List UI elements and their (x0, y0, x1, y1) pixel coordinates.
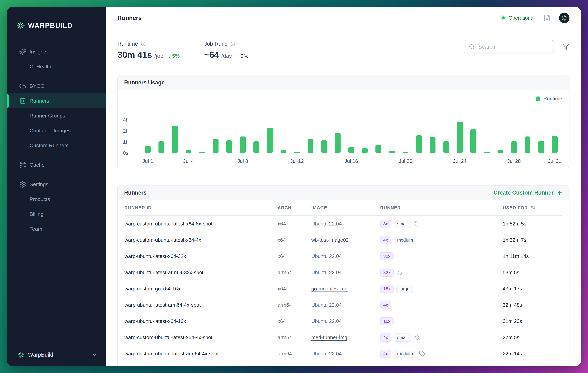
sidebar-item-cache[interactable]: Cache (7, 158, 106, 172)
x-axis-tick-label: Jul 24 (453, 158, 467, 164)
used-for-cell: 31m 23s (503, 318, 562, 324)
chart-bar-slot (209, 120, 222, 153)
main-area: Runners Operational Runtime (106, 7, 581, 366)
runtime-bar[interactable] (403, 152, 408, 153)
cpu-icon (19, 97, 26, 105)
image-link[interactable]: go-modules-img (311, 286, 347, 291)
cpu-badge: 16x (380, 285, 394, 293)
runtime-bar[interactable] (267, 128, 273, 153)
runtime-bar[interactable] (226, 140, 232, 153)
sidebar-item-insights[interactable]: Insights (7, 44, 106, 59)
create-custom-runner-button[interactable]: Create Custom Runner (494, 190, 563, 196)
runtime-bar[interactable] (443, 141, 449, 153)
runtime-bar[interactable] (199, 152, 205, 153)
chart-legend[interactable]: Runtime (536, 96, 562, 102)
runtime-bar[interactable] (294, 152, 300, 153)
arch-cell: x64 (278, 221, 311, 227)
arrow-up-icon: ↑ (236, 53, 239, 59)
runtime-bar[interactable] (158, 141, 164, 153)
table-row[interactable]: warp-custom-ubuntu-latest-x64-4x-spotarm… (125, 329, 562, 346)
runtime-bar[interactable] (253, 141, 259, 153)
runtime-bar[interactable] (430, 137, 435, 153)
runner-id-cell: warp-custom-ubuntu-latest-arm64-4x-spot (125, 351, 278, 357)
sidebar-item-label: Runner Groups (30, 113, 65, 119)
runtime-bar[interactable] (145, 146, 151, 153)
cpu-badge: 4x (380, 301, 391, 309)
runtime-bar[interactable] (362, 148, 368, 153)
chart-bar-slot (372, 120, 385, 153)
status-badge[interactable]: Operational (502, 15, 535, 21)
sort-descending-icon[interactable] (531, 205, 536, 211)
avatar[interactable] (559, 13, 569, 23)
used-for-cell: 32m 48s (503, 302, 562, 308)
x-axis-tick-label: Jul 16 (345, 158, 358, 164)
runtime-bar[interactable] (457, 122, 463, 153)
runtime-bar[interactable] (376, 145, 381, 153)
runtime-bar[interactable] (538, 141, 544, 153)
runtime-bar[interactable] (389, 151, 395, 153)
cloud-icon (19, 83, 26, 90)
runtime-bar[interactable] (172, 126, 178, 153)
size-badge: medium (394, 350, 416, 358)
table-row[interactable]: warp-ubuntu-latest-arm64-32x-spotarm64Ub… (125, 264, 562, 281)
table-row[interactable]: warp-custom-go-x64-16xx64go-modules-img1… (125, 281, 562, 297)
sidebar-item-byoc[interactable]: BYOC (7, 79, 106, 94)
runtime-bar[interactable] (281, 150, 286, 153)
sidebar-item-runner-groups[interactable]: Runner Groups (7, 108, 106, 123)
sidebar-item-team[interactable]: Team (7, 222, 106, 236)
search-box[interactable] (464, 40, 554, 53)
sidebar-item-ci-health[interactable]: CI Health (7, 59, 106, 74)
chart-bar-slot (440, 120, 453, 153)
runtime-bar[interactable] (552, 136, 558, 153)
chart-bar-slot (385, 120, 399, 153)
chart-bar-slot: Jul 4 (182, 120, 195, 153)
filter-icon[interactable] (562, 43, 569, 50)
runtime-bar[interactable] (470, 129, 476, 153)
used-for-cell: 43m 17s (503, 286, 562, 292)
database-zap-icon (19, 161, 26, 169)
usage-chart: Runtime Jul 1Jul 4Jul 8Jul 12Jul 16Jul 2… (118, 90, 569, 168)
info-icon[interactable] (230, 41, 235, 46)
sidebar-item-settings[interactable]: Settings (7, 177, 106, 192)
warpbuild-logo-icon (17, 351, 25, 359)
table-row[interactable]: warp-custom-ubuntu-latest-x64-8x-spotx64… (125, 216, 562, 232)
runtime-bar[interactable] (484, 152, 490, 153)
chart-bar-slot: Jul 20 (399, 120, 412, 153)
image-link[interactable]: wb-test-image02 (311, 237, 349, 243)
docs-icon[interactable] (543, 14, 550, 21)
arch-cell: arm64 (278, 335, 311, 340)
table-row[interactable]: warp-ubuntu-latest-x64-16xx64Ubuntu 22.0… (125, 313, 562, 329)
topbar-actions: Operational (502, 13, 569, 23)
runtime-bar[interactable] (213, 139, 219, 153)
runtime-bar[interactable] (497, 150, 503, 153)
runtime-bar[interactable] (335, 133, 341, 153)
chart-bar-slot (426, 120, 440, 153)
runtime-bar[interactable] (525, 137, 530, 153)
tag-icon (419, 351, 425, 357)
sparkles-icon (19, 48, 26, 55)
runtime-bar[interactable] (348, 147, 354, 153)
sidebar-item-products[interactable]: Products (7, 192, 106, 207)
table-row[interactable]: warp-custom-ubuntu-latest-arm64-4x-spota… (125, 346, 562, 362)
runtime-bar[interactable] (308, 139, 314, 153)
x-axis-tick-label: Jul 28 (507, 158, 521, 164)
runtime-bar[interactable] (186, 150, 191, 153)
runtime-bar[interactable] (240, 137, 246, 153)
sidebar-item-container-images[interactable]: Container Images (7, 123, 106, 138)
runtime-bar[interactable] (416, 135, 422, 153)
info-icon[interactable] (141, 41, 146, 46)
table-row[interactable]: warp-ubuntu-latest-x64-32xx64Ubuntu 22.0… (125, 248, 562, 264)
runtime-bar[interactable] (511, 141, 517, 153)
runtime-bar[interactable] (321, 140, 327, 153)
sidebar-item-runners[interactable]: Runners (7, 94, 106, 108)
image-link[interactable]: med-runner-img (311, 335, 347, 340)
org-switcher[interactable]: WarpBuild (7, 343, 106, 366)
search-input[interactable] (478, 44, 549, 50)
stat-label: Runtime (117, 41, 138, 47)
runner-cell: 32x (380, 252, 503, 260)
sidebar-item-billing[interactable]: Billing (7, 207, 106, 222)
table-row[interactable]: warp-custom-ubuntu-latest-x64-4xx64wb-te… (125, 232, 562, 248)
sidebar-item-custom-runners[interactable]: Custom Runners (7, 138, 106, 153)
table-row[interactable]: warp-ubuntu-latest-arm64-4x-spotarm64Ubu… (125, 297, 562, 313)
size-badge: medium (394, 236, 416, 244)
